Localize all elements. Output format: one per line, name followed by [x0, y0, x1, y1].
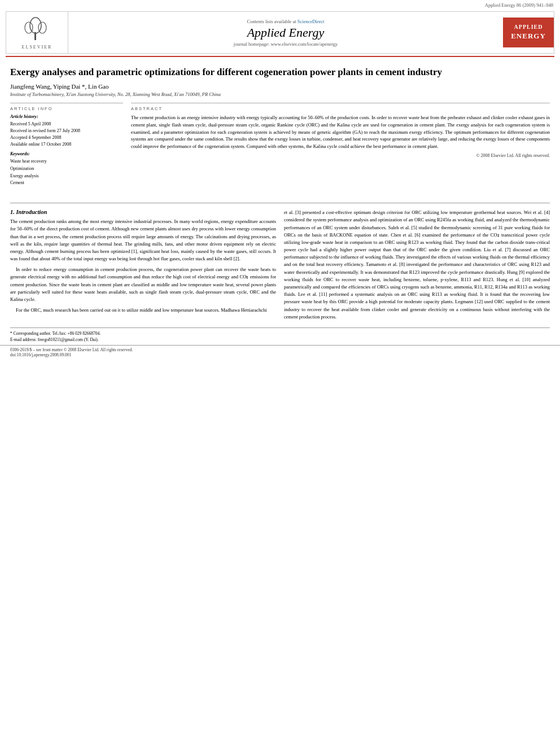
authors-line: Jiangfeng Wang, Yiping Dai *, Lin Gao: [10, 83, 550, 90]
history-item-1: Received in revised form 27 July 2008: [10, 128, 123, 134]
sciencedirect-line: Contents lists available at ScienceDirec…: [72, 19, 500, 24]
intro-para-2: For the ORC, much research has been carr…: [10, 307, 276, 314]
section-number: 1.: [10, 209, 15, 215]
abstract-col: ABSTRACT The cement production is an ene…: [131, 103, 550, 191]
journal-title: Applied Energy: [72, 25, 500, 40]
footnote-email: E-mail address: freego810211@gmail.com (…: [10, 337, 550, 343]
copyright-note: 0306-2619/$ – see front matter © 2008 El…: [10, 347, 550, 352]
elsevier-tree-icon: [20, 15, 54, 43]
journal-homepage: journal homepage: www.elsevier.com/locat…: [72, 41, 500, 47]
body-two-col: 1. Introduction The cement production ra…: [0, 209, 560, 324]
article-info-heading: ARTICLE INFO: [10, 106, 123, 111]
copyright-line: © 2008 Elsevier Ltd. All rights reserved…: [131, 153, 550, 158]
history-item-2: Accepted 4 September 2008: [10, 134, 123, 141]
keyword-3: Cement: [10, 180, 123, 187]
article-info-box: ARTICLE INFO Article history: Received 5…: [10, 103, 123, 187]
doi-note: doi:10.1016/j.apenergy.2008.09.001: [10, 352, 550, 357]
keywords-label: Keywords:: [10, 151, 123, 156]
sciencedirect-link[interactable]: ScienceDirect: [298, 19, 325, 24]
main-content: Exergy analyses and parametric optimizat…: [0, 59, 560, 197]
email-label: E-mail address: freego810211@gmail.com (…: [10, 337, 99, 342]
elsevier-logo: ELSEVIER: [20, 15, 54, 50]
journal-header: ELSEVIER Contents lists available at Sci…: [6, 11, 554, 54]
keyword-1: Optimization: [10, 165, 123, 173]
body-divider: [10, 203, 550, 203]
svg-point-3: [38, 22, 46, 33]
section-title-text: Introduction: [16, 209, 47, 215]
intro-para-1: In order to reduce energy consumption in…: [10, 266, 276, 303]
brand-energy: ENERGY: [511, 31, 546, 41]
affiliation: Institute of Turbomachinery, Xi'an Jiaot…: [10, 91, 550, 97]
brand-applied: APPLIED: [514, 23, 543, 31]
journal-header-center: Contents lists available at ScienceDirec…: [68, 15, 503, 50]
abstract-text: The cement production is an energy inten…: [131, 114, 550, 150]
article-info-col: ARTICLE INFO Article history: Received 5…: [10, 103, 123, 191]
history-item-3: Available online 17 October 2008: [10, 141, 123, 148]
intro-right-para-0: et al. [3] presented a cost-effective op…: [284, 209, 550, 321]
svg-point-2: [25, 22, 33, 33]
body-col-left: 1. Introduction The cement production ra…: [10, 209, 276, 324]
header-divider: [6, 56, 554, 57]
history-label: Article history:: [10, 114, 123, 119]
journal-reference: Applied Energy 86 (2009) 941–948: [485, 2, 553, 8]
keyword-2: Exergy analysis: [10, 173, 123, 180]
article-meta-section: ARTICLE INFO Article history: Received 5…: [10, 103, 550, 191]
abstract-section: ABSTRACT The cement production is an ene…: [131, 103, 550, 158]
bottom-bar: 0306-2619/$ – see front matter © 2008 El…: [0, 345, 560, 359]
journal-logo-left: ELSEVIER: [6, 12, 68, 53]
body-col-right: et al. [3] presented a cost-effective op…: [284, 209, 550, 324]
intro-para-0: The cement production ranks among the mo…: [10, 218, 276, 263]
authors-text: Jiangfeng Wang, Yiping Dai *, Lin Gao: [10, 83, 108, 90]
article-title: Exergy analyses and parametric optimizat…: [10, 66, 550, 78]
svg-point-1: [30, 18, 41, 33]
journal-brand-box: APPLIED ENERGY: [503, 18, 554, 47]
history-item-0: Received 5 April 2008: [10, 121, 123, 128]
footnote-corresponding: * Corresponding author. Tel./fax: +86 02…: [10, 330, 550, 337]
abstract-heading: ABSTRACT: [131, 106, 550, 111]
elsevier-brand: ELSEVIER: [20, 45, 54, 50]
meta-bar: Applied Energy 86 (2009) 941–948: [0, 0, 560, 9]
keyword-0: Waste heat recovery: [10, 158, 123, 165]
section-1-title: 1. Introduction: [10, 209, 276, 215]
footnote-section: * Corresponding author. Tel./fax: +86 02…: [10, 327, 550, 343]
